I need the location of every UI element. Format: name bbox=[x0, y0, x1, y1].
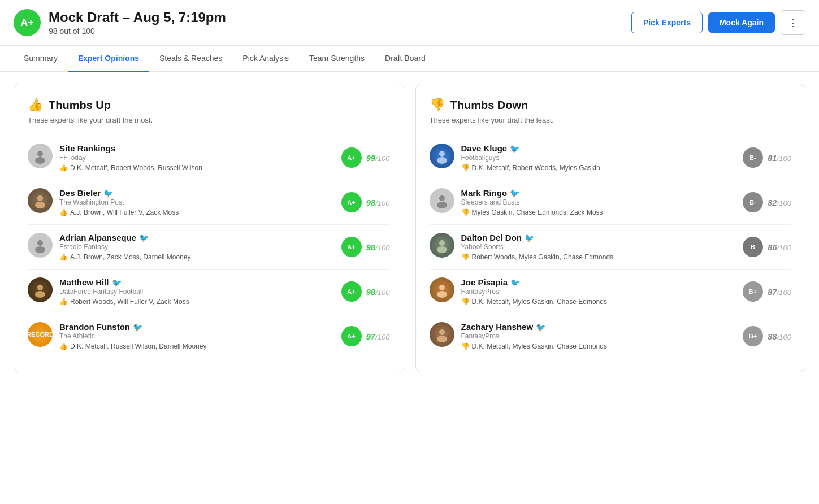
expert-picks: 👍 Robert Woods, Will Fuller V, Zack Moss bbox=[59, 298, 189, 306]
expert-picks: 👎 D.K. Metcalf, Robert Woods, Myles Gask… bbox=[461, 164, 600, 172]
mock-again-button[interactable]: Mock Again bbox=[708, 12, 775, 33]
thumb-small-icon: 👍 bbox=[59, 253, 68, 261]
svg-point-8 bbox=[439, 151, 445, 157]
main-nav: Summary Expert Opinions Steals & Reaches… bbox=[0, 46, 819, 72]
grade-badge: B bbox=[743, 237, 763, 257]
expert-info: RECORD Brandon Funston 🐦 The Athletic 👍 … bbox=[28, 322, 206, 350]
score-area: B+ 87/100 bbox=[743, 281, 791, 302]
draft-score: 98 out of 100 bbox=[49, 27, 226, 36]
tab-pick-analysis[interactable]: Pick Analysis bbox=[232, 46, 299, 72]
expert-picks: 👍 A.J. Brown, Zack Moss, Darnell Mooney bbox=[59, 253, 190, 261]
avatar bbox=[28, 188, 53, 213]
expert-name: Mark Ringo 🐦 bbox=[461, 188, 603, 198]
expert-row: Mark Ringo 🐦 Sleepers and Busts 👎 Myles … bbox=[430, 180, 792, 225]
grade-badge: A+ bbox=[341, 281, 362, 302]
expert-name: Joe Pisapia 🐦 bbox=[461, 277, 607, 287]
expert-info: Zachary Hanshew 🐦 FantasyPros 👎 D.K. Met… bbox=[430, 322, 607, 350]
score-value: 98/100 bbox=[366, 287, 390, 297]
pick-experts-button[interactable]: Pick Experts bbox=[631, 12, 703, 33]
expert-source: FantasyPros bbox=[461, 288, 607, 296]
expert-row: RECORD Brandon Funston 🐦 The Athletic 👍 … bbox=[28, 314, 390, 358]
tab-summary[interactable]: Summary bbox=[14, 46, 68, 72]
thumbs-up-card: 👍 Thumbs Up These experts like your draf… bbox=[14, 84, 404, 372]
svg-point-2 bbox=[37, 195, 43, 201]
thumbs-up-subtitle: These experts like your draft the most. bbox=[28, 116, 390, 124]
avatar bbox=[28, 144, 53, 168]
expert-row: Zachary Hanshew 🐦 FantasyPros 👎 D.K. Met… bbox=[430, 314, 792, 358]
thumbs-up-list: Site Rankings FFToday 👍 D.K. Metcalf, Ro… bbox=[28, 136, 390, 358]
score-value: 87/100 bbox=[768, 287, 791, 297]
tab-steals-reaches[interactable]: Steals & Reaches bbox=[149, 46, 232, 72]
expert-details: Dalton Del Don 🐦 Yahoo! Sports 👎 Robert … bbox=[461, 233, 614, 261]
svg-point-4 bbox=[37, 240, 43, 246]
svg-point-15 bbox=[437, 291, 447, 298]
expert-details: Adrian Alpanseque 🐦 Estadio Fantasy 👍 A.… bbox=[59, 233, 190, 261]
twitter-icon: 🐦 bbox=[510, 278, 520, 287]
expert-info: Mark Ringo 🐦 Sleepers and Busts 👎 Myles … bbox=[430, 188, 603, 216]
draft-title: Mock Draft – Aug 5, 7:19pm bbox=[49, 10, 226, 25]
expert-name: Dave Kluge 🐦 bbox=[461, 144, 600, 153]
svg-point-13 bbox=[437, 246, 447, 253]
thumb-small-icon: 👎 bbox=[461, 164, 470, 172]
expert-source: Sleepers and Busts bbox=[461, 198, 603, 206]
thumb-small-icon: 👍 bbox=[59, 342, 68, 350]
grade-badge: A+ bbox=[341, 326, 362, 346]
svg-point-9 bbox=[437, 157, 447, 164]
avatar: RECORD bbox=[28, 322, 53, 347]
expert-picks: 👍 A.J. Brown, Will Fuller V, Zack Moss bbox=[59, 208, 179, 216]
avatar bbox=[430, 144, 454, 168]
expert-info: Dalton Del Don 🐦 Yahoo! Sports 👎 Robert … bbox=[430, 233, 614, 261]
grade-badge: B+ bbox=[743, 326, 763, 346]
expert-source: Footballguys bbox=[461, 154, 600, 162]
twitter-icon: 🐦 bbox=[139, 233, 149, 242]
score-value: 97/100 bbox=[366, 332, 390, 341]
twitter-icon: 🐦 bbox=[510, 189, 519, 198]
expert-info: Adrian Alpanseque 🐦 Estadio Fantasy 👍 A.… bbox=[28, 233, 190, 261]
twitter-icon: 🐦 bbox=[510, 144, 519, 153]
svg-point-16 bbox=[439, 329, 445, 335]
thumb-small-icon: 👍 bbox=[59, 208, 68, 216]
tab-team-strengths[interactable]: Team Strengths bbox=[299, 46, 375, 72]
svg-point-7 bbox=[35, 291, 45, 298]
score-area: B 86/100 bbox=[743, 237, 791, 257]
expert-name: Site Rankings bbox=[59, 144, 202, 153]
expert-details: Dave Kluge 🐦 Footballguys 👎 D.K. Metcalf… bbox=[461, 144, 600, 172]
score-value: 82/100 bbox=[768, 198, 791, 207]
thumb-small-icon: 👎 bbox=[461, 342, 470, 350]
svg-point-1 bbox=[35, 157, 45, 164]
app-logo: A+ bbox=[14, 9, 41, 36]
tab-draft-board[interactable]: Draft Board bbox=[375, 46, 436, 72]
expert-info: Joe Pisapia 🐦 FantasyPros 👎 D.K. Metcalf… bbox=[430, 277, 607, 306]
expert-row: Adrian Alpanseque 🐦 Estadio Fantasy 👍 A.… bbox=[28, 225, 390, 270]
grade-badge: B- bbox=[743, 192, 763, 212]
avatar bbox=[28, 233, 53, 258]
tab-expert-opinions[interactable]: Expert Opinions bbox=[68, 46, 149, 72]
grade-badge: A+ bbox=[341, 147, 362, 168]
avatar bbox=[430, 277, 454, 302]
expert-name: Adrian Alpanseque 🐦 bbox=[59, 233, 190, 242]
thumbs-down-card: 👎 Thumbs Down These experts like your dr… bbox=[415, 84, 806, 372]
avatar bbox=[430, 188, 454, 213]
thumbs-up-title: Thumbs Up bbox=[49, 99, 111, 112]
expert-source: DataForce Fantasy Football bbox=[59, 288, 189, 296]
score-value: 81/100 bbox=[768, 153, 791, 163]
score-area: B- 81/100 bbox=[743, 147, 791, 168]
expert-row: Des Bieler 🐦 The Washington Post 👍 A.J. … bbox=[28, 180, 390, 225]
thumbs-down-icon: 👎 bbox=[430, 98, 445, 112]
expert-info: Matthew Hill 🐦 DataForce Fantasy Footbal… bbox=[28, 277, 189, 306]
expert-info: Site Rankings FFToday 👍 D.K. Metcalf, Ro… bbox=[28, 144, 202, 172]
more-options-button[interactable]: ⋮ bbox=[781, 10, 805, 35]
grade-badge: B+ bbox=[743, 281, 763, 302]
score-value: 98/100 bbox=[366, 242, 390, 252]
thumb-small-icon: 👎 bbox=[461, 298, 470, 306]
expert-name: Des Bieler 🐦 bbox=[59, 188, 179, 198]
expert-source: Estadio Fantasy bbox=[59, 243, 190, 251]
score-area: B+ 88/100 bbox=[743, 326, 791, 346]
expert-name: Matthew Hill 🐦 bbox=[59, 277, 189, 287]
svg-point-3 bbox=[35, 202, 45, 208]
score-area: A+ 98/100 bbox=[341, 237, 390, 257]
expert-picks: 👎 Myles Gaskin, Chase Edmonds, Zack Moss bbox=[461, 208, 603, 216]
score-value: 86/100 bbox=[768, 242, 791, 252]
expert-details: Zachary Hanshew 🐦 FantasyPros 👎 D.K. Met… bbox=[461, 322, 607, 350]
expert-details: Mark Ringo 🐦 Sleepers and Busts 👎 Myles … bbox=[461, 188, 603, 216]
